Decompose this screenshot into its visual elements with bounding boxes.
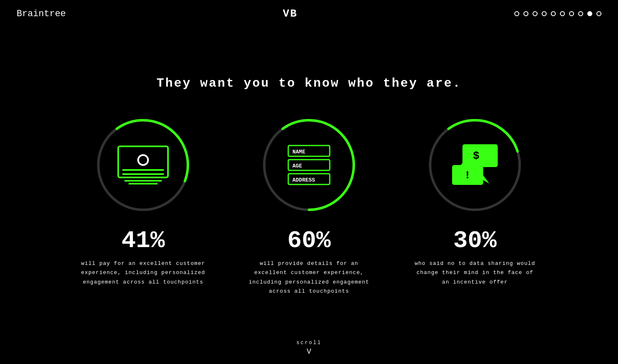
svg-text:NAME: NAME <box>292 149 305 155</box>
desc-2: will provide details for an excellent cu… <box>247 259 371 296</box>
svg-point-3 <box>138 155 148 165</box>
scroll-arrow: V <box>307 347 311 356</box>
svg-text:!: ! <box>464 169 471 182</box>
stat-1: 41% <box>122 227 165 254</box>
desc-3: who said no to data sharing would change… <box>413 259 537 286</box>
scroll-indicator[interactable]: scroll V <box>296 340 321 356</box>
card-3: $ ! 30% who said no to data sharing woul… <box>409 115 541 286</box>
chat-icon: $ ! <box>448 142 502 188</box>
stat-3: 30% <box>453 227 496 254</box>
circle-2: NAME AGE ADDRESS <box>259 115 359 215</box>
stat-2: 60% <box>287 227 331 254</box>
main-content: They want you to know who they are. <box>0 0 618 364</box>
desc-1: will pay for an excellent customer exper… <box>81 259 205 286</box>
svg-text:$: $ <box>473 150 479 162</box>
form-icon: NAME AGE ADDRESS <box>282 142 336 188</box>
svg-rect-2 <box>118 146 168 177</box>
card-1: 41% will pay for an excellent customer e… <box>77 115 209 286</box>
scroll-label: scroll <box>296 340 321 346</box>
circle-1 <box>93 115 193 215</box>
svg-text:AGE: AGE <box>292 163 302 169</box>
cards-row: 41% will pay for an excellent customer e… <box>0 115 618 296</box>
headline: They want you to know who they are. <box>156 76 461 90</box>
svg-text:ADDRESS: ADDRESS <box>292 177 315 183</box>
card-2: NAME AGE ADDRESS 60% will provide detail… <box>243 115 375 296</box>
circle-3: $ ! <box>425 115 525 215</box>
monitor-icon <box>116 144 170 186</box>
